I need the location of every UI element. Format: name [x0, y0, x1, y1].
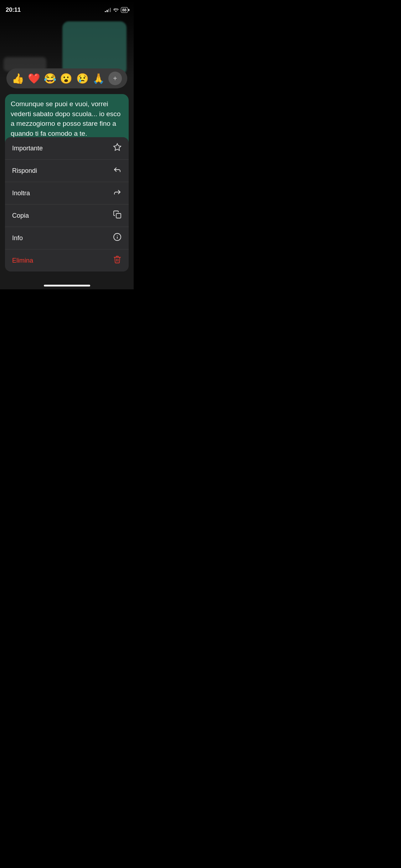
emoji-reaction-bar[interactable]: 👍 ❤️ 😂 😮 😢 🙏 + — [6, 68, 127, 88]
menu-item-info[interactable]: Info — [5, 227, 129, 249]
menu-label-inoltra: Inoltra — [12, 190, 30, 197]
menu-item-rispondi[interactable]: Rispondi — [5, 160, 129, 182]
svg-rect-1 — [116, 213, 121, 218]
status-bar: 20:11 88 — [0, 0, 134, 16]
svg-marker-0 — [114, 144, 121, 150]
emoji-cry[interactable]: 😢 — [76, 73, 89, 84]
copy-icon — [113, 210, 122, 221]
main-content: 👍 ❤️ 😂 😮 😢 🙏 + Comunque se puoi e vuoi, … — [0, 0, 134, 289]
status-time: 20:11 — [6, 6, 21, 14]
star-icon — [113, 143, 122, 154]
menu-label-importante: Importante — [12, 145, 43, 152]
emoji-laugh[interactable]: 😂 — [44, 73, 56, 84]
emoji-heart[interactable]: ❤️ — [28, 73, 40, 84]
message-text: Comunque se puoi e vuoi, vorrei vederti … — [11, 100, 120, 137]
menu-label-info: Info — [12, 234, 23, 242]
emoji-thumbsup[interactable]: 👍 — [12, 73, 24, 84]
menu-label-rispondi: Rispondi — [12, 167, 37, 175]
menu-item-importante[interactable]: Importante — [5, 137, 129, 160]
menu-label-copia: Copia — [12, 212, 29, 219]
reply-icon — [113, 165, 122, 176]
menu-item-inoltra[interactable]: Inoltra — [5, 182, 129, 205]
wifi-icon — [113, 7, 119, 13]
battery-icon: 88 — [121, 7, 128, 13]
menu-label-elimina: Elimina — [12, 257, 33, 264]
info-icon — [113, 233, 122, 243]
emoji-wow[interactable]: 😮 — [60, 73, 72, 84]
context-menu: Importante Rispondi Inoltra — [5, 137, 129, 272]
menu-item-elimina[interactable]: Elimina — [5, 249, 129, 272]
emoji-pray[interactable]: 🙏 — [92, 73, 105, 84]
home-indicator — [44, 285, 90, 286]
forward-icon — [113, 188, 122, 198]
emoji-more-button[interactable]: + — [108, 72, 122, 85]
menu-item-copia[interactable]: Copia — [5, 205, 129, 227]
signal-icon — [105, 8, 111, 12]
trash-icon — [113, 255, 122, 266]
status-icons: 88 — [105, 7, 128, 13]
